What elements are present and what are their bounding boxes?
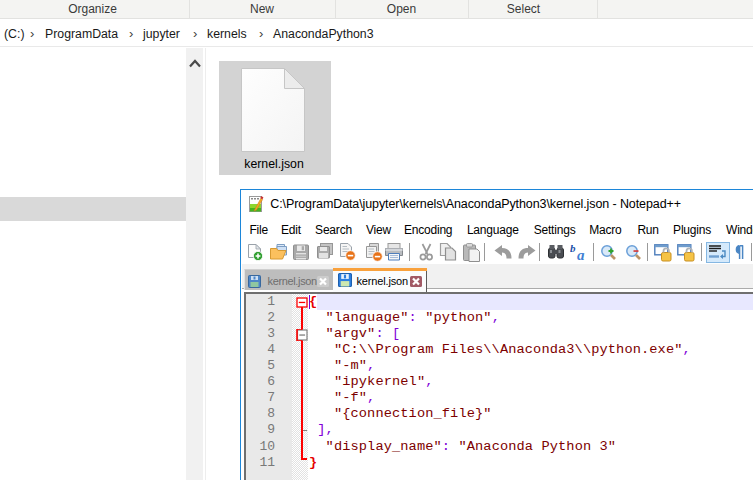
svg-text:a: a xyxy=(577,247,585,262)
svg-text:b: b xyxy=(570,243,576,254)
